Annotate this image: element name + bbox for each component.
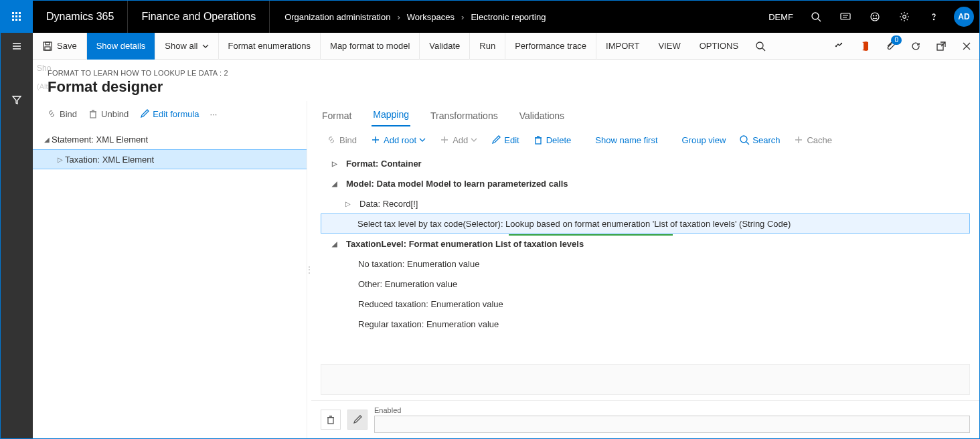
user-avatar[interactable]: AD (954, 7, 974, 27)
format-enumerations-button[interactable]: Format enumerations (219, 33, 321, 60)
smiley-icon (870, 11, 880, 22)
svg-point-16 (933, 19, 934, 19)
chevron-down-icon (471, 137, 477, 143)
connector-button[interactable] (827, 33, 852, 60)
connector-icon (834, 41, 845, 52)
tree-label: Regular taxation: Enumeration value (358, 319, 499, 329)
collapse-icon[interactable]: ◢ (330, 180, 339, 187)
svg-point-12 (871, 13, 879, 21)
nav-hamburger-button[interactable] (1, 33, 33, 60)
svg-point-15 (903, 15, 906, 19)
refresh-button[interactable] (903, 33, 928, 60)
attachments-button[interactable]: 0 (878, 33, 903, 60)
settings-button[interactable] (890, 1, 919, 33)
tab-validations[interactable]: Validations (518, 105, 566, 126)
tree-node-other[interactable]: Other: Enumeration value (321, 274, 970, 294)
app-launcher-button[interactable] (1, 1, 33, 33)
collapse-icon[interactable]: ◢ (330, 240, 339, 248)
breadcrumb-item[interactable]: Workspaces (407, 12, 455, 22)
edit-formula-button[interactable] (347, 410, 368, 430)
add-root-button[interactable]: Add root (365, 132, 431, 148)
show-details-button[interactable]: Show details (87, 33, 156, 60)
tree-label: Data: Record[!] (359, 199, 418, 209)
expand-icon[interactable]: ▷ (330, 160, 339, 167)
tab-transformations[interactable]: Transformations (429, 105, 499, 126)
tree-node-statement[interactable]: ◢Statement: XML Element (33, 129, 307, 149)
unbind-button[interactable]: Unbind (84, 106, 133, 122)
office-button[interactable] (852, 33, 878, 60)
breadcrumb-item[interactable]: Organization administration (284, 12, 390, 22)
svg-rect-0 (12, 12, 14, 14)
unbind-label: Unbind (101, 109, 129, 119)
messages-button[interactable] (831, 1, 860, 33)
collapse-icon[interactable]: ◢ (42, 136, 52, 143)
tree-node-regular-taxation[interactable]: Regular taxation: Enumeration value (321, 314, 970, 334)
tree-label: Statement: XML Element (52, 135, 148, 145)
tab-mapping[interactable]: Mapping (372, 104, 410, 126)
tree-label: Reduced taxation: Enumeration value (358, 299, 503, 309)
svg-line-24 (762, 48, 765, 51)
tree-node-select-tax-level[interactable]: Select tax level by tax code(Selector): … (321, 213, 970, 234)
nav-filter-button[interactable] (1, 86, 33, 113)
show-all-button[interactable]: Show all (155, 33, 218, 60)
top-bar: Dynamics 365 Finance and Operations Orga… (1, 1, 979, 33)
page-title: Format designer (48, 78, 965, 96)
import-button[interactable]: IMPORT (596, 33, 649, 60)
show-name-first-button[interactable]: Show name first (590, 133, 663, 148)
tree-label: Select tax level by tax code(Selector): … (357, 219, 791, 229)
options-button[interactable]: OPTIONS (690, 33, 748, 60)
tree-node-taxation[interactable]: ▷Taxation: XML Element (33, 149, 307, 169)
cmdbar-search-button[interactable] (748, 33, 773, 60)
search-button[interactable]: Search (734, 132, 785, 148)
run-button[interactable]: Run (470, 33, 505, 60)
enabled-input[interactable] (374, 416, 970, 433)
svg-rect-5 (19, 15, 21, 17)
nav-rail (1, 33, 33, 438)
search-label: Search (752, 135, 780, 145)
tab-format[interactable]: Format (321, 105, 353, 126)
map-format-button[interactable]: Map format to model (321, 33, 420, 60)
delete-formula-button[interactable] (321, 410, 341, 430)
bind-button[interactable]: Bind (42, 106, 81, 122)
svg-point-36 (740, 136, 747, 143)
main-area: Save Show details Show all Format enumer… (33, 33, 979, 438)
gear-icon (899, 11, 910, 22)
company-label[interactable]: DEMF (760, 12, 801, 22)
search-icon (755, 41, 766, 52)
tree-label: No taxation: Enumeration value (358, 259, 479, 269)
perf-trace-button[interactable]: Performance trace (505, 33, 596, 60)
cache-label: Cache (807, 135, 832, 145)
edit-button[interactable]: Edit (485, 132, 524, 148)
svg-rect-4 (15, 15, 17, 17)
group-view-button[interactable]: Group view (677, 133, 732, 148)
breadcrumb-item[interactable]: Electronic reporting (471, 12, 546, 22)
validate-button[interactable]: Validate (420, 33, 470, 60)
page-header: Sho (Alt FORMAT TO LEARN HOW TO LOOKUP L… (33, 60, 979, 101)
bind-button[interactable]: Bind (321, 132, 362, 148)
command-bar: Save Show details Show all Format enumer… (33, 33, 979, 60)
tree-node-no-taxation[interactable]: No taxation: Enumeration value (321, 254, 970, 274)
popout-button[interactable] (928, 33, 954, 60)
add-button[interactable]: Add (434, 132, 483, 148)
save-button[interactable]: Save (33, 33, 87, 60)
view-button[interactable]: VIEW (649, 33, 689, 60)
tree-node-data-record[interactable]: ▷Data: Record[!] (321, 193, 970, 213)
expand-icon[interactable]: ▷ (56, 156, 65, 163)
tree-node-model[interactable]: ◢Model: Data model Model to learn parame… (321, 173, 970, 193)
more-button[interactable]: ··· (206, 106, 222, 122)
svg-rect-11 (841, 13, 850, 19)
trash-icon (325, 414, 336, 425)
close-button[interactable] (954, 33, 979, 60)
help-button[interactable] (919, 1, 949, 33)
feedback-button[interactable] (860, 1, 890, 33)
edit-formula-button[interactable]: Edit formula (135, 106, 203, 122)
tree-node-taxation-level[interactable]: ◢TaxationLevel: Format enumeration List … (321, 234, 970, 254)
tree-node-reduced-taxation[interactable]: Reduced taxation: Enumeration value (321, 294, 970, 314)
cache-button[interactable]: Cache (788, 132, 837, 148)
tree-label: Format: Container (346, 159, 422, 169)
waffle-icon (11, 11, 22, 22)
delete-button[interactable]: Delete (527, 132, 577, 148)
search-button[interactable] (801, 1, 831, 33)
expand-icon[interactable]: ▷ (343, 200, 353, 207)
tree-node-format-container[interactable]: ▷Format: Container (321, 153, 970, 173)
